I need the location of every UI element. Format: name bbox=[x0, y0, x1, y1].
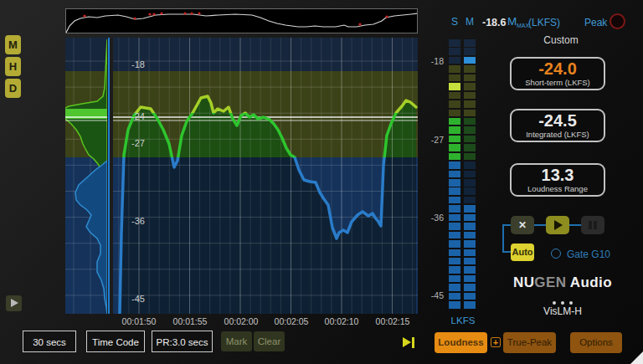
loudness-range-value: 13.3 bbox=[512, 165, 604, 185]
meter-segment bbox=[464, 153, 476, 161]
skip-icon-bar bbox=[412, 337, 414, 348]
meter-segment bbox=[464, 136, 476, 143]
meter-segment bbox=[464, 171, 476, 178]
svg-text:-27: -27 bbox=[131, 138, 145, 148]
meter-segment bbox=[449, 144, 460, 151]
mark-button[interactable]: Mark bbox=[221, 331, 252, 351]
product-name: VisLM-H bbox=[502, 305, 623, 317]
meter-segment bbox=[464, 187, 476, 195]
meter-segment bbox=[449, 100, 460, 108]
time-tick-label: 00:01:55 bbox=[163, 316, 217, 326]
meter-segment bbox=[449, 74, 460, 82]
meter-segment bbox=[449, 179, 460, 187]
time-tick-label: 00:02:10 bbox=[315, 316, 368, 326]
meter-segment bbox=[464, 126, 476, 134]
timecode-button[interactable]: Time Code bbox=[86, 331, 145, 352]
loudness-overview-strip[interactable] bbox=[65, 8, 418, 33]
time-tick-label: 00:02:05 bbox=[265, 316, 318, 326]
pause-icon bbox=[594, 221, 597, 229]
meter-segment bbox=[449, 65, 460, 73]
meter-segment bbox=[464, 65, 476, 73]
loudness-history-chart[interactable]: -18-24-27-36-45 bbox=[65, 38, 418, 314]
tab-distribution[interactable]: D bbox=[5, 79, 21, 98]
link-modes-button[interactable]: + bbox=[491, 337, 501, 347]
meter-segment bbox=[449, 187, 460, 195]
clear-button[interactable]: Clear bbox=[254, 331, 285, 351]
meter-segment bbox=[464, 83, 476, 90]
loudness-range-readout-label: Loudness Range bbox=[512, 185, 604, 193]
meter-segment bbox=[449, 240, 460, 248]
meter-segment bbox=[464, 118, 476, 126]
connector-line bbox=[534, 224, 546, 226]
connector-line bbox=[502, 224, 504, 253]
play-button[interactable] bbox=[546, 216, 569, 234]
meter-segment bbox=[464, 214, 476, 222]
meter-segment bbox=[464, 179, 476, 187]
play-icon bbox=[554, 220, 563, 230]
meter-segment bbox=[449, 83, 460, 90]
tab-momentary[interactable]: M bbox=[5, 35, 21, 54]
gate-label[interactable]: Gate G10 bbox=[567, 249, 610, 260]
meter-segment bbox=[464, 39, 476, 47]
meter-segment bbox=[449, 57, 460, 64]
svg-text:-18: -18 bbox=[131, 59, 145, 69]
short-term-value: -24.0 bbox=[512, 59, 604, 79]
meter-segment bbox=[464, 266, 476, 274]
meter-segment bbox=[464, 293, 476, 300]
true-peak-mode-button[interactable]: True-Peak bbox=[503, 332, 556, 353]
peak-indicator-lamp[interactable] bbox=[610, 13, 625, 29]
svg-text:-36: -36 bbox=[131, 216, 145, 226]
integrated-value: -24.5 bbox=[512, 110, 604, 131]
momentary-meter bbox=[464, 39, 476, 310]
momentary-meter-label: M bbox=[464, 16, 476, 28]
meter-segment bbox=[449, 214, 460, 222]
meter-segment bbox=[464, 240, 476, 248]
meter-segment bbox=[464, 57, 476, 64]
options-button[interactable]: Options bbox=[570, 332, 622, 353]
svg-text:-24: -24 bbox=[131, 111, 145, 121]
meter-segment bbox=[449, 258, 460, 265]
tab-histogram[interactable]: H bbox=[5, 57, 21, 76]
meter-segment bbox=[449, 205, 460, 213]
short-term-meter bbox=[449, 39, 460, 310]
integrated-readout[interactable]: -24.5 Integrated (LKFS) bbox=[510, 109, 605, 142]
meter-segment bbox=[449, 136, 460, 143]
meter-segment bbox=[449, 232, 460, 239]
pause-button[interactable] bbox=[581, 216, 604, 234]
momentary-max-units: (LKFS) bbox=[528, 17, 560, 28]
loudness-range-readout[interactable]: 13.3 Loudness Range bbox=[510, 163, 605, 197]
practical-range-button[interactable]: PR:3.0 secs bbox=[152, 331, 213, 352]
meter-segment bbox=[464, 48, 476, 55]
time-window-button[interactable]: 30 secs bbox=[23, 331, 76, 352]
brand-logo: NUGEN Audio bbox=[502, 274, 623, 291]
meter-segment bbox=[449, 110, 460, 117]
meter-segment bbox=[464, 205, 476, 213]
pause-icon bbox=[589, 221, 592, 229]
momentary-max-value: -18.6 bbox=[482, 17, 507, 28]
integrated-readout-label: Integrated (LKFS) bbox=[512, 131, 604, 139]
meter-segment bbox=[464, 249, 476, 257]
meter-segment bbox=[464, 275, 476, 283]
peak-label: Peak bbox=[584, 17, 607, 28]
short-term-readout[interactable]: -24.0 Short-term (LKFS) bbox=[510, 57, 605, 90]
gate-radio[interactable] bbox=[551, 249, 561, 259]
meter-segment bbox=[464, 110, 476, 117]
meter-scale-label: -45 bbox=[421, 290, 444, 300]
meter-segment bbox=[449, 197, 460, 204]
reset-button[interactable]: ✕ bbox=[511, 216, 534, 234]
meter-scale-label: -27 bbox=[421, 135, 444, 145]
history-play-button[interactable] bbox=[6, 295, 22, 311]
resize-handle[interactable] bbox=[630, 351, 643, 364]
loudness-mode-button[interactable]: Loudness bbox=[435, 332, 487, 353]
time-tick-label: 00:02:00 bbox=[214, 316, 268, 326]
momentary-max-subscript: MAX bbox=[517, 23, 529, 28]
auto-button[interactable]: Auto bbox=[511, 244, 534, 261]
meter-segment bbox=[464, 258, 476, 265]
meter-segment bbox=[449, 249, 460, 257]
meter-segment bbox=[464, 223, 476, 230]
preset-name[interactable]: Custom bbox=[527, 34, 594, 46]
meter-segment bbox=[464, 301, 476, 309]
meter-segment bbox=[449, 275, 460, 283]
vislm-plugin-window: M H D -18-24-27-36-45 00:01:5000:01:5500… bbox=[0, 0, 643, 364]
svg-text:-45: -45 bbox=[131, 294, 145, 304]
